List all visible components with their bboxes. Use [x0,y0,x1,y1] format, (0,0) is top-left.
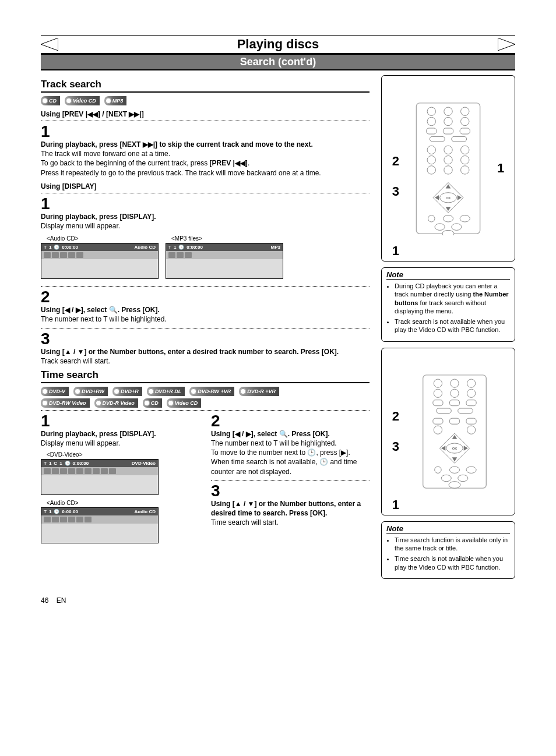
page-number: 46 [41,596,48,605]
display-step-3-number: 3 [41,331,370,347]
osd-audio-label: <Audio CD> [47,235,159,242]
time-step-3-number: 3 [211,483,370,499]
time-step-2-p1: The number next to T will be highlighted… [211,439,337,447]
svg-marker-1 [498,38,515,51]
badge-dvdprw: DVD+RW [73,387,108,396]
svg-point-63 [441,475,451,481]
osd-cd-type: Audio CD [135,509,156,514]
remote-svg-2: OK [402,373,508,490]
svg-point-20 [427,166,435,174]
note-box-1: Note During CD playback you can enter a … [381,267,515,342]
svg-point-31 [443,216,453,222]
svg-point-8 [461,117,469,125]
clock-icon: 🕒 [54,509,59,514]
badge-dvdr-vr: DVD-R +VR [239,387,279,396]
svg-point-38 [451,379,459,387]
track-search-badges: CD Video CD MP3 [41,96,370,105]
svg-point-40 [434,389,442,397]
step-1-p2b: . [248,159,249,167]
divider [41,286,370,287]
display-step-1-p: Display menu will appear. [41,222,120,230]
callout-2: 2 [392,155,399,168]
badge-dvdr-video: DVD-R Video [94,398,138,408]
step-1-number: 1 [41,123,370,140]
time-step-2-bold: Using [◀ / ▶], select 🔍. Press [OK]. [211,430,330,438]
time-step-1-number: 1 [41,413,199,429]
callout-3b: 3 [392,440,399,453]
osd-mp3: T 1 🕒 0:00:00 MP3 [166,243,283,279]
osd-audio-time: 0:00:00 [62,245,78,250]
svg-point-35 [442,230,454,235]
osd-dvd-type: DVD-Video [132,461,156,466]
osd-cd-label: <Audio CD> [47,500,199,506]
t-icon: T [44,461,47,466]
badge-videocd2: Video CD [167,398,202,408]
svg-point-61 [449,467,459,473]
callouts-left-2: 2 3 1 [384,352,399,511]
osd-mp3-track: 1 [174,245,176,250]
page-title-banner: Playing discs [41,35,515,54]
badge-videocd: Video CD [65,96,100,105]
osd-dvd-label: <DVD-Video> [47,451,199,458]
note-2-heading: Note [386,524,510,534]
time-step-2-p3: When time search is not available, 🕒 and… [211,458,357,475]
svg-point-7 [444,117,452,125]
svg-point-37 [434,379,442,387]
page-subtitle: Search (cont'd) [41,54,515,70]
callout-3: 3 [392,185,399,198]
callout-1: 1 [497,162,504,175]
badge-mp3: MP3 [104,96,127,105]
callouts-left: 2 3 1 [384,79,399,257]
svg-point-62 [466,467,476,473]
page-title: Playing discs [233,37,324,51]
clock-icon: 🕒 [54,245,59,250]
osd-mp3-type: MP3 [271,245,280,250]
osd-dvd-video: T 1 C 1 🕒 0:00:00 DVD-Video [41,459,159,495]
badge-dvdrw-vr: DVD-RW +VR [189,387,234,396]
display-step-3-bold: Using [▲ / ▼] or the Number buttons, ent… [41,348,339,356]
svg-rect-45 [466,400,476,405]
svg-rect-43 [433,400,443,405]
display-step-2-bold: Using [◀ / ▶], select 🔍. Press [OK]. [41,306,160,314]
svg-point-52 [467,426,475,434]
osd-dvd-c: 1 [59,461,62,466]
svg-point-3 [427,107,435,115]
time-step-1-bold: During playback, press [DISPLAY]. [41,430,156,438]
callout-2b: 2 [392,410,399,423]
osd-audio-cd: T 1 🕒 0:00:00 Audio CD [41,243,159,279]
note-2-item-a: Time search function is available only i… [395,536,510,553]
note-1-item-b: Track search is not available when you p… [395,317,510,334]
svg-point-18 [444,156,452,164]
divider [41,328,370,328]
t-icon: T [44,245,47,250]
step-1-p2a: To go back to the beginning of the curre… [41,159,210,167]
note-box-2: Note Time search function is available o… [381,521,515,579]
step-1-bold: During playback, press [NEXT ▶▶|] to ski… [41,140,313,149]
svg-rect-44 [449,400,459,405]
callout-bottom-1: 1 [392,245,399,257]
badge-dvdrw-video: DVD-RW Video [41,398,90,408]
svg-point-39 [467,379,475,387]
step-1-p3: Press it repeatedly to go to the previou… [41,169,321,177]
svg-rect-11 [460,128,470,134]
note-2-item-b: Time search is not available when you pl… [395,554,510,571]
using-display: Using [DISPLAY] [41,182,370,190]
page-lang: EN [57,596,66,605]
osd-dvd-t: 1 [49,461,51,466]
svg-point-30 [428,216,435,222]
svg-rect-48 [433,418,443,424]
svg-point-14 [427,146,435,154]
svg-point-22 [461,166,469,174]
display-step-2-p: The number next to T will be highlighted… [41,315,167,323]
time-search-badges-2: DVD-RW Video DVD-R Video CD Video CD [41,398,370,408]
svg-rect-10 [443,128,453,134]
svg-point-15 [444,146,452,154]
time-search-badges-1: DVD-V DVD+RW DVD+R DVD+R DL DVD-RW +VR D… [41,387,370,396]
svg-rect-47 [458,408,473,414]
clock-icon: 🕒 [65,461,71,466]
badge-cd2: CD [143,398,162,408]
display-step-1-number: 1 [41,196,370,212]
time-step-2-number: 2 [211,413,370,429]
display-step-1-bold: During playback, press [DISPLAY]. [41,213,156,221]
svg-point-64 [458,475,468,481]
